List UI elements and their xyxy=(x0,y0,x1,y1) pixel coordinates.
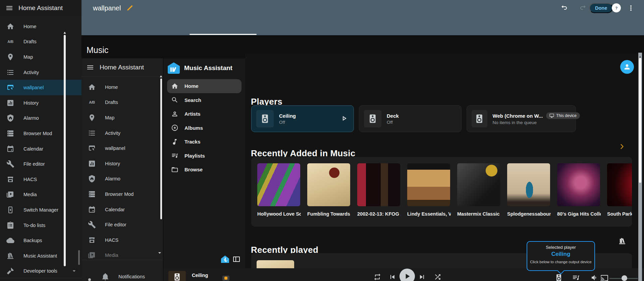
ma-nav-item[interactable]: Artists xyxy=(167,107,241,121)
nested-sidebar-scrollbar[interactable] xyxy=(160,78,162,219)
sidebar-item[interactable]: History xyxy=(82,156,163,171)
sidebar-item[interactable]: Switch Manager xyxy=(0,202,82,218)
tab-cameras[interactable] xyxy=(174,22,182,30)
sidebar-toggle-icon[interactable] xyxy=(5,4,13,12)
active-player-name[interactable]: Ceiling xyxy=(192,273,208,278)
cast-icon[interactable] xyxy=(600,274,606,280)
sidebar-toggle-icon[interactable] xyxy=(86,63,94,71)
sidebar-scrollbar[interactable] xyxy=(64,35,66,266)
sidebar-item[interactable]: File editor xyxy=(0,156,82,172)
sidebar-item[interactable]: Home xyxy=(82,79,163,95)
help-icon[interactable]: ? xyxy=(612,3,621,12)
tab-music[interactable] xyxy=(209,22,217,30)
done-button[interactable]: Done xyxy=(589,3,613,13)
scroll-right-chevron-icon[interactable] xyxy=(618,142,627,151)
sidebar-item[interactable]: Browser Mod xyxy=(82,186,163,202)
scroll-up-icon[interactable] xyxy=(159,74,163,78)
sidebar-item[interactable]: File editor xyxy=(82,217,163,232)
sidebar-item[interactable]: Backups xyxy=(0,233,82,248)
sidebar-item[interactable]: Music Assistant xyxy=(0,248,82,264)
sidebar-item[interactable]: Calendar xyxy=(82,202,163,217)
sidebar-item-label: Developer tools xyxy=(23,268,57,274)
ma-nav-item[interactable]: Albums xyxy=(167,121,241,135)
sidebar-item[interactable]: Map xyxy=(0,49,82,65)
output-device-icon[interactable] xyxy=(555,274,561,280)
tab-move-left[interactable] xyxy=(192,22,200,30)
tab-dashboard[interactable] xyxy=(85,22,93,30)
previous-track-icon[interactable] xyxy=(388,273,396,281)
sidebar-item[interactable]: Media xyxy=(82,248,163,262)
sidebar-item[interactable]: Map xyxy=(82,110,163,125)
volume-icon[interactable] xyxy=(591,274,597,280)
tab-announce[interactable] xyxy=(103,22,111,30)
tab-move-right[interactable] xyxy=(245,22,253,30)
album-cover xyxy=(357,163,400,206)
nested-app-title: Home Assistant xyxy=(100,64,144,71)
nested-sidebar-header: Home Assistant xyxy=(82,58,163,77)
sidebar-item[interactable]: Media xyxy=(0,187,82,203)
ma-nav-item[interactable]: Browse xyxy=(167,163,241,177)
player-card-deck[interactable]: Deck Off xyxy=(359,105,462,132)
sidebar-item[interactable]: Activity xyxy=(82,125,163,141)
user-avatar[interactable] xyxy=(86,277,94,281)
sidebar-item-label: Switch Manager xyxy=(23,207,58,213)
sidebar-item[interactable]: wallpanel xyxy=(82,140,163,156)
queue-icon[interactable] xyxy=(572,274,579,280)
repeat-icon[interactable] xyxy=(373,273,381,281)
collapse-panel-icon[interactable] xyxy=(232,255,240,263)
home-assistant-logo-icon[interactable] xyxy=(221,256,229,263)
album-tile[interactable]: 2002-02-13: KFOG ... xyxy=(357,163,401,217)
sidebar-item[interactable]: Browser Mod xyxy=(0,126,82,141)
sidebar-item[interactable]: Calendar xyxy=(0,141,82,157)
ma-nav-item[interactable]: Search xyxy=(167,93,241,107)
album-tile[interactable]: Hollywood Love So... xyxy=(257,163,301,217)
content-scrollbar[interactable] xyxy=(638,53,642,281)
overflow-menu-icon[interactable] xyxy=(627,4,635,12)
scrollbar-thumb[interactable] xyxy=(639,58,641,183)
player-card-ceiling[interactable]: Ceiling Off xyxy=(251,105,354,132)
redo-button[interactable] xyxy=(579,4,587,12)
album-tile[interactable]: South Park xyxy=(607,163,632,217)
play-button[interactable] xyxy=(399,269,415,281)
sidebar-item[interactable]: Alarmo xyxy=(82,171,163,187)
scroll-more-chevron-icon[interactable] xyxy=(156,249,163,256)
sidebar-item[interactable]: HACS xyxy=(0,172,82,187)
undo-button[interactable] xyxy=(560,4,569,12)
speaker-icon xyxy=(472,110,487,127)
scroll-up-icon[interactable] xyxy=(639,54,642,57)
volume-slider-knob[interactable] xyxy=(622,275,627,281)
sidebar-item[interactable]: HACS xyxy=(82,232,163,248)
tab-edit[interactable] xyxy=(227,22,235,30)
album-tile[interactable]: Fumbling Towards ... xyxy=(307,163,351,217)
tab-media[interactable] xyxy=(156,22,164,30)
sidebar-item[interactable]: Alarmo xyxy=(0,111,82,126)
album-tile[interactable]: Mastermix Classic ... xyxy=(457,163,501,217)
ma-nav-item[interactable]: Playlists xyxy=(167,149,241,163)
ma-nav-label: Search xyxy=(184,97,201,103)
next-track-icon[interactable] xyxy=(418,273,426,281)
play-icon[interactable] xyxy=(340,114,349,123)
sidebar-item[interactable]: History xyxy=(0,95,82,111)
tab-add[interactable] xyxy=(263,22,271,30)
tab-cast[interactable] xyxy=(138,22,146,30)
player-card-web[interactable]: Web (Chrome on W... This device No items… xyxy=(467,105,576,132)
sidebar-item[interactable]: wallpanel xyxy=(0,80,82,95)
sidebar-item[interactable]: Activity xyxy=(0,65,82,80)
album-tile[interactable]: Splodgenessaboun... xyxy=(507,163,551,217)
sidebar-item[interactable]: To-do lists xyxy=(0,218,82,233)
shuffle-icon[interactable] xyxy=(434,273,442,281)
sidebar-item[interactable]: Developer tools xyxy=(0,264,82,279)
ma-nav-item[interactable]: Home xyxy=(167,79,241,93)
tab-climate[interactable] xyxy=(120,22,128,30)
scroll-up-icon[interactable] xyxy=(63,30,67,34)
album-tile[interactable]: 80's Giga Hits Colle... xyxy=(557,163,601,217)
now-playing-art[interactable] xyxy=(168,271,186,281)
edit-title-pencil-icon[interactable] xyxy=(126,4,133,12)
sidebar-item-label: Browser Mod xyxy=(105,191,133,197)
ma-nav-item[interactable]: Tracks xyxy=(167,135,241,149)
sidebar-item[interactable]: A/B Drafts xyxy=(82,95,163,110)
scrollbar-thumb[interactable] xyxy=(78,250,80,265)
album-tile[interactable]: Lindy Essentials, V... xyxy=(407,163,451,217)
sidebar-item-label: HACS xyxy=(23,177,37,182)
user-profile-fab[interactable] xyxy=(620,60,634,74)
